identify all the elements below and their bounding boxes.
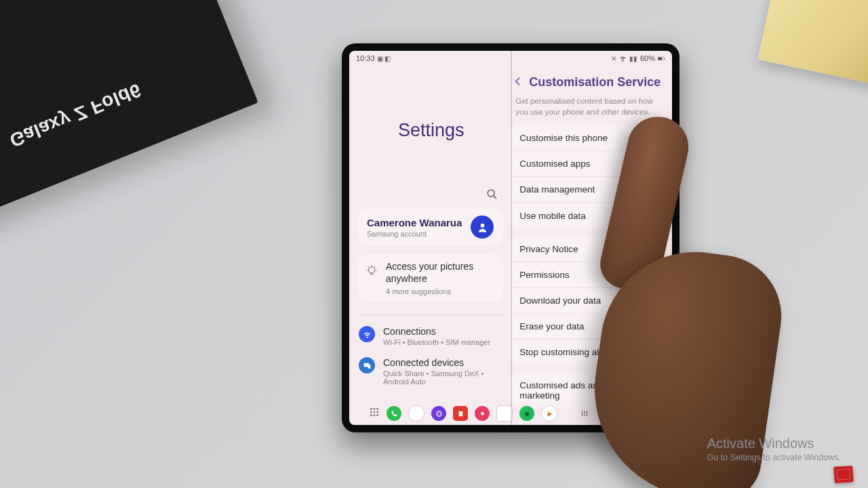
svg-line-10: [368, 266, 369, 267]
row-customised-apps[interactable]: Customised apps: [510, 151, 669, 177]
signal-icon: ▮▮: [629, 55, 637, 62]
row-stop-customising[interactable]: Stop customising all devices: [510, 340, 669, 365]
svg-line-11: [375, 266, 376, 267]
app-drawer-button[interactable]: [369, 407, 380, 420]
settings-master-pane: Settings Camerone Wanarua Samsung accoun…: [349, 66, 507, 425]
category-title: Connections: [383, 326, 490, 337]
back-button-nav[interactable]: [642, 408, 652, 419]
product-box: Galaxy Z Fold6: [0, 0, 258, 245]
phone-app-icon[interactable]: [387, 406, 401, 421]
spotify-app-icon[interactable]: [519, 406, 534, 421]
back-button[interactable]: [513, 76, 524, 89]
row-label: Privacy Notice: [519, 244, 578, 254]
row-privacy-notice[interactable]: Privacy Notice: [510, 237, 669, 262]
watermark-line2: Go to Settings to activate Windows.: [707, 453, 841, 462]
row-erase-data[interactable]: Erase your data: [510, 314, 669, 340]
foldable-device: 10:33 ▣ ◧ ✕ ▮▮ 60% Settings: [342, 43, 679, 432]
home-icon: [611, 409, 620, 418]
system-nav: [579, 408, 652, 419]
row-label: Customised apps: [519, 159, 590, 169]
svg-point-23: [376, 414, 378, 416]
page-title: Settings: [398, 120, 505, 141]
status-time: 10:33: [356, 54, 375, 62]
svg-line-4: [494, 196, 496, 199]
status-left: 10:33 ▣ ◧: [356, 54, 391, 62]
search-icon: [486, 188, 498, 200]
svg-point-5: [480, 223, 484, 227]
settings-group-1: Customise this phone Customised apps Dat…: [510, 125, 669, 228]
svg-point-19: [374, 411, 376, 413]
row-label: Customised ads and direct marketing: [519, 380, 660, 401]
row-label: Permissions: [519, 270, 570, 280]
svg-point-24: [436, 411, 441, 416]
row-data-management[interactable]: Data management: [510, 177, 669, 203]
activate-windows-watermark: Activate Windows Go to Settings to activ…: [707, 436, 841, 462]
chevron-left-icon: [642, 409, 652, 418]
svg-rect-2: [665, 58, 665, 59]
category-desc: Quick Share • Samsung DeX • Android Auto: [383, 369, 502, 386]
category-connected-devices[interactable]: Connected devices Quick Share • Samsung …: [356, 352, 505, 391]
home-button[interactable]: [610, 408, 621, 419]
row-label: Data management: [519, 184, 595, 195]
play-store-app-icon[interactable]: [541, 405, 557, 422]
svg-point-17: [376, 408, 378, 410]
news-app-icon[interactable]: [453, 406, 468, 421]
category-title: Connected devices: [383, 357, 502, 368]
settings-group-2: Privacy Notice Permissions Download your…: [510, 237, 669, 365]
row-label: Stop customising all devices: [519, 347, 635, 357]
svg-point-22: [374, 414, 376, 416]
battery-icon: [658, 55, 665, 62]
svg-rect-26: [458, 411, 462, 415]
detail-desc: Get personalised content based on how yo…: [510, 94, 669, 123]
browser-app-icon[interactable]: [431, 406, 446, 421]
row-label: Use mobile data: [519, 211, 586, 221]
svg-point-25: [437, 411, 440, 416]
recents-button[interactable]: [579, 408, 590, 419]
search-button[interactable]: [486, 188, 498, 203]
suggestion-card[interactable]: Access your pictures anywhere 4 more sug…: [357, 254, 503, 302]
status-battery: 60%: [640, 54, 655, 62]
lightbulb-icon: [366, 265, 378, 277]
mobile-data-toggle[interactable]: [639, 210, 660, 221]
category-desc: Wi-Fi • Bluetooth • SIM manager: [383, 338, 490, 346]
detail-title: Customisation Service: [529, 75, 660, 89]
svg-rect-14: [368, 364, 370, 368]
account-name: Camerone Wanarua: [367, 217, 462, 228]
devices-icon: [359, 357, 375, 373]
row-permissions[interactable]: Permissions: [510, 262, 669, 288]
suggestion-headline: Access your pictures anywhere: [386, 261, 495, 285]
row-label: Download your data: [519, 296, 601, 306]
person-icon: [477, 222, 488, 233]
svg-point-20: [376, 411, 378, 413]
row-label: Customise this phone: [519, 133, 608, 143]
account-card[interactable]: Camerone Wanarua Samsung account: [357, 208, 503, 246]
device-hinge: [511, 43, 512, 432]
wifi-icon: [619, 55, 627, 62]
svg-point-18: [370, 411, 372, 413]
row-customise-phone[interactable]: Customise this phone: [510, 125, 669, 151]
status-right: ✕ ▮▮ 60%: [611, 54, 665, 62]
tray-icon: [833, 466, 854, 483]
category-connections[interactable]: Connections Wi-Fi • Bluetooth • SIM mana…: [356, 321, 505, 352]
row-download-data[interactable]: Download your data: [510, 288, 669, 314]
detail-pane: Customisation Service Get personalised c…: [507, 66, 672, 425]
recents-icon: [580, 409, 589, 418]
gallery-app-icon[interactable]: [475, 406, 490, 421]
watermark-line1: Activate Windows: [707, 436, 841, 451]
suggestion-more: 4 more suggestions: [386, 287, 495, 296]
row-use-mobile-data[interactable]: Use mobile data: [510, 203, 669, 228]
product-box-label: Galaxy Z Fold6: [7, 79, 144, 151]
messages-app-icon[interactable]: [408, 405, 425, 422]
wifi-icon: [359, 326, 375, 342]
svg-point-21: [370, 414, 372, 416]
avatar: [471, 216, 494, 239]
status-misc-icon: ▣ ◧: [377, 55, 391, 62]
account-sub: Samsung account: [367, 230, 462, 238]
svg-point-15: [370, 408, 372, 410]
chevron-left-icon: [513, 76, 524, 87]
svg-rect-1: [658, 57, 662, 60]
svg-point-6: [369, 267, 375, 273]
divider: [357, 314, 503, 315]
mute-icon: ✕: [611, 55, 616, 62]
grid-icon: [369, 407, 380, 418]
